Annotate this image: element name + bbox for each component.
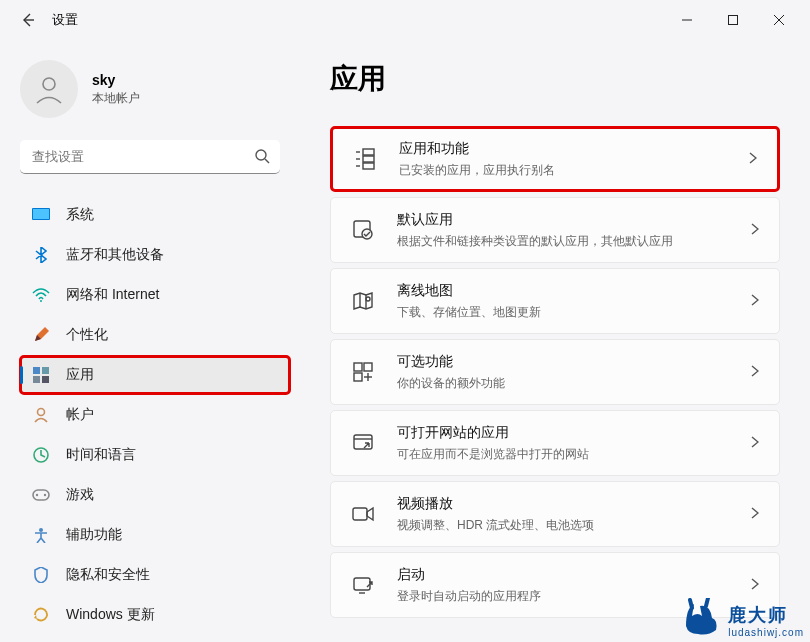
sidebar: sky 本地帐户 系统 蓝牙和其他设备 网络和 Internet (0, 40, 300, 642)
card-title: 启动 (397, 566, 751, 584)
chevron-right-icon (749, 150, 757, 168)
offline-maps-icon (351, 289, 375, 313)
svg-point-6 (256, 150, 266, 160)
accessibility-icon (32, 526, 50, 544)
back-arrow-icon (20, 12, 36, 28)
sidebar-item-label: Windows 更新 (66, 606, 155, 624)
svg-point-31 (366, 297, 370, 301)
sidebar-item-time[interactable]: 时间和语言 (20, 436, 290, 474)
nav-list: 系统 蓝牙和其他设备 网络和 Internet 个性化 应用 帐户 (20, 196, 290, 634)
sidebar-item-accounts[interactable]: 帐户 (20, 396, 290, 434)
card-default-apps[interactable]: 默认应用 根据文件和链接种类设置的默认应用，其他默认应用 (330, 197, 780, 263)
card-title: 离线地图 (397, 282, 751, 300)
card-subtitle: 下载、存储位置、地图更新 (397, 304, 751, 321)
page-title: 应用 (330, 60, 780, 98)
sidebar-item-bluetooth[interactable]: 蓝牙和其他设备 (20, 236, 290, 274)
card-optional-features[interactable]: 可选功能 你的设备的额外功能 (330, 339, 780, 405)
svg-point-5 (43, 78, 55, 90)
time-icon (32, 446, 50, 464)
svg-point-28 (362, 229, 372, 239)
sidebar-item-accessibility[interactable]: 辅助功能 (20, 516, 290, 554)
back-button[interactable] (8, 0, 48, 40)
default-apps-icon (351, 218, 375, 242)
personalization-icon (32, 326, 50, 344)
minimize-button[interactable] (664, 4, 710, 36)
svg-rect-25 (363, 156, 374, 162)
window-title: 设置 (52, 11, 78, 29)
svg-rect-33 (364, 363, 372, 371)
privacy-icon (32, 566, 50, 584)
web-apps-icon (351, 431, 375, 455)
chevron-right-icon (751, 363, 759, 381)
titlebar: 设置 (0, 0, 810, 40)
video-icon (351, 502, 375, 526)
sidebar-item-label: 蓝牙和其他设备 (66, 246, 164, 264)
user-section[interactable]: sky 本地帐户 (20, 60, 290, 118)
svg-rect-34 (354, 373, 362, 381)
card-title: 视频播放 (397, 495, 751, 513)
watermark-brand: 鹿大师 (728, 603, 804, 627)
card-subtitle: 根据文件和链接种类设置的默认应用，其他默认应用 (397, 233, 751, 250)
search-box (20, 140, 280, 174)
close-button[interactable] (756, 4, 802, 36)
svg-line-7 (265, 159, 269, 163)
chevron-right-icon (751, 221, 759, 239)
svg-rect-26 (363, 163, 374, 169)
card-offline-maps[interactable]: 离线地图 下载、存储位置、地图更新 (330, 268, 780, 334)
user-account-type: 本地帐户 (92, 90, 140, 107)
chevron-right-icon (751, 576, 759, 594)
sidebar-item-personalization[interactable]: 个性化 (20, 316, 290, 354)
chevron-right-icon (751, 505, 759, 523)
optional-features-icon (351, 360, 375, 384)
avatar (20, 60, 78, 118)
svg-point-18 (36, 494, 38, 496)
maximize-button[interactable] (710, 4, 756, 36)
card-title: 默认应用 (397, 211, 751, 229)
sidebar-item-network[interactable]: 网络和 Internet (20, 276, 290, 314)
sidebar-item-system[interactable]: 系统 (20, 196, 290, 234)
gaming-icon (32, 486, 50, 504)
card-web-apps[interactable]: 可打开网站的应用 可在应用而不是浏览器中打开的网站 (330, 410, 780, 476)
sidebar-item-privacy[interactable]: 隐私和安全性 (20, 556, 290, 594)
sidebar-item-apps[interactable]: 应用 (20, 356, 290, 394)
svg-rect-40 (354, 578, 370, 590)
sidebar-item-update[interactable]: Windows 更新 (20, 596, 290, 634)
watermark: 鹿大师 ludashiwj.com (678, 598, 804, 638)
sidebar-item-gaming[interactable]: 游戏 (20, 476, 290, 514)
svg-rect-11 (33, 367, 40, 374)
minimize-icon (682, 15, 692, 25)
accounts-icon (32, 406, 50, 424)
card-apps-features[interactable]: 应用和功能 已安装的应用，应用执行别名 (330, 126, 780, 192)
sidebar-item-label: 游戏 (66, 486, 94, 504)
sidebar-item-label: 系统 (66, 206, 94, 224)
network-icon (32, 286, 50, 304)
watermark-url: ludashiwj.com (728, 627, 804, 638)
svg-point-10 (40, 300, 42, 302)
sidebar-item-label: 隐私和安全性 (66, 566, 150, 584)
card-subtitle: 你的设备的额外功能 (397, 375, 751, 392)
update-icon (32, 606, 50, 624)
svg-rect-17 (33, 490, 49, 500)
search-input[interactable] (20, 140, 280, 174)
chevron-right-icon (751, 434, 759, 452)
card-title: 可选功能 (397, 353, 751, 371)
svg-rect-12 (42, 367, 49, 374)
svg-rect-32 (354, 363, 362, 371)
main-content: 应用 应用和功能 已安装的应用，应用执行别名 默认应用 根据文件和链接种类设置的… (300, 40, 810, 642)
card-title: 应用和功能 (399, 140, 749, 158)
card-subtitle: 可在应用而不是浏览器中打开的网站 (397, 446, 751, 463)
sidebar-item-label: 个性化 (66, 326, 108, 344)
apps-icon (32, 366, 50, 384)
user-icon (32, 72, 66, 106)
card-subtitle: 视频调整、HDR 流式处理、电池选项 (397, 517, 751, 534)
apps-features-icon (353, 147, 377, 171)
card-video[interactable]: 视频播放 视频调整、HDR 流式处理、电池选项 (330, 481, 780, 547)
svg-rect-13 (33, 376, 40, 383)
card-title: 可打开网站的应用 (397, 424, 751, 442)
startup-icon (351, 573, 375, 597)
sidebar-item-label: 时间和语言 (66, 446, 136, 464)
sidebar-item-label: 网络和 Internet (66, 286, 159, 304)
maximize-icon (728, 15, 738, 25)
svg-rect-24 (363, 149, 374, 155)
svg-point-20 (39, 528, 43, 532)
